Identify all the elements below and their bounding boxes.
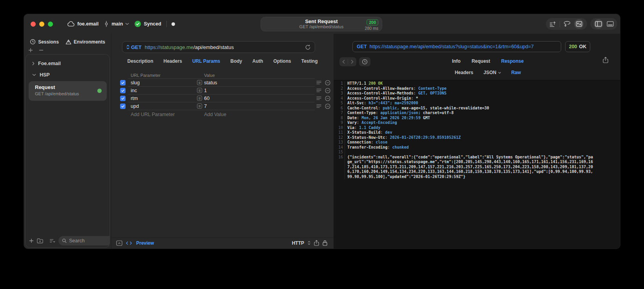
- param-value-field[interactable]: 1: [204, 88, 207, 93]
- sent-request-url-box[interactable]: GET https://statuspage.me/api/embed/stat…: [352, 41, 561, 52]
- response-body-area[interactable]: 1HTTP/1.1 200 OK2Access-Control-Allow-He…: [334, 80, 620, 249]
- line-segment: *: [416, 96, 418, 100]
- titlebar-toolbar: [546, 18, 617, 30]
- add-request-icon[interactable]: [29, 238, 34, 243]
- response-status-code: 200: [569, 44, 577, 49]
- list-style-icon[interactable]: [49, 239, 55, 243]
- tree-item-foe-email[interactable]: Foe.email: [26, 58, 109, 69]
- branch-selector[interactable]: main: [104, 21, 129, 27]
- column-header-value: Value: [204, 73, 215, 78]
- row-options-icon[interactable]: [316, 81, 321, 85]
- remove-session-icon[interactable]: [39, 48, 44, 53]
- add-param-value-placeholder[interactable]: Add Value: [204, 112, 226, 117]
- tab-description[interactable]: Description: [128, 58, 153, 64]
- line-segment: X-Status-Now-Utc: [347, 135, 385, 140]
- preview-button[interactable]: Preview: [136, 240, 154, 246]
- protocol-stepper-icon[interactable]: [308, 241, 310, 245]
- tab-options[interactable]: Options: [273, 58, 291, 64]
- response-line: 12X-Status-Now-Utc: 2026-01-26T20:29:59.…: [334, 135, 620, 140]
- param-enabled-checkbox[interactable]: [120, 80, 126, 85]
- tab-url-params[interactable]: URL Params: [192, 58, 220, 64]
- traffic-lights: [31, 22, 53, 27]
- sidebar-toggle-icon[interactable]: [594, 19, 603, 29]
- param-enabled-checkbox[interactable]: [120, 96, 126, 101]
- line-segment: :: [380, 130, 385, 135]
- close-button[interactable]: [31, 22, 36, 27]
- tab-request[interactable]: Request: [472, 58, 490, 64]
- add-param-name-placeholder[interactable]: Add URL Parameter: [131, 112, 175, 117]
- url-scheme: https://: [145, 44, 160, 50]
- param-name-field[interactable]: slug: [131, 80, 140, 85]
- line-number: 9: [334, 120, 345, 125]
- param-enabled-checkbox[interactable]: [120, 104, 126, 109]
- lock-icon[interactable]: [323, 240, 327, 246]
- line-segment: HTTP/1.1: [347, 81, 366, 85]
- remove-param-icon[interactable]: [325, 104, 330, 109]
- request-footer-bar: Preview HTTP: [111, 238, 334, 248]
- import-list-icon[interactable]: [549, 21, 556, 27]
- protocol-selector[interactable]: HTTP: [292, 240, 304, 246]
- url-params-rows: slug=statusinc=1rtm=60upd=7: [111, 79, 334, 110]
- row-options-icon[interactable]: [316, 96, 321, 100]
- panel-expand-icon[interactable]: [116, 240, 122, 246]
- request-url-text[interactable]: https://statuspage.me/api/embed/status: [145, 44, 234, 50]
- resend-button[interactable]: [574, 19, 584, 29]
- request-list-item[interactable]: Request GET /api/embed/status: [29, 81, 107, 101]
- response-line: 14Transfer-Encoding: chunked: [334, 145, 620, 150]
- tab-info[interactable]: Info: [452, 58, 461, 64]
- add-param-row[interactable]: Add URL Parameter Add Value: [111, 110, 334, 118]
- tab-body[interactable]: Body: [230, 58, 242, 64]
- method-selector[interactable]: GET: [126, 44, 142, 50]
- search-box[interactable]: [58, 236, 110, 245]
- row-options-icon[interactable]: [316, 89, 321, 93]
- tab-testing[interactable]: Testing: [301, 58, 318, 64]
- request-url-bar[interactable]: GET https://statuspage.me/api/embed/stat…: [122, 41, 315, 53]
- tab-sessions[interactable]: Sessions: [30, 39, 59, 45]
- lasso-download-icon[interactable]: [564, 21, 571, 27]
- line-number: 2: [334, 86, 345, 91]
- remove-param-icon[interactable]: [325, 88, 330, 93]
- minimize-button[interactable]: [39, 22, 44, 27]
- param-value-field[interactable]: status: [204, 80, 217, 85]
- param-value-field[interactable]: 7: [204, 104, 207, 109]
- new-folder-icon[interactable]: [37, 238, 43, 244]
- tab-environments[interactable]: Environments: [66, 39, 105, 45]
- view-tab-json-label: JSON: [483, 70, 496, 75]
- tab-auth[interactable]: Auth: [252, 58, 263, 64]
- line-segment: :: [371, 140, 376, 144]
- param-enabled-checkbox[interactable]: [120, 88, 126, 93]
- add-session-icon[interactable]: [28, 48, 33, 53]
- window-body: Sessions Environments Foe.email: [24, 34, 620, 249]
- export-response-icon[interactable]: [603, 57, 608, 63]
- share-icon[interactable]: [314, 240, 319, 246]
- tab-headers[interactable]: Headers: [164, 58, 182, 64]
- remove-param-icon[interactable]: [325, 96, 330, 101]
- refresh-icon[interactable]: [305, 44, 311, 50]
- search-input[interactable]: [69, 238, 110, 244]
- line-segment: :: [387, 145, 392, 149]
- line-number: 10: [334, 125, 345, 131]
- zoom-button[interactable]: [48, 22, 53, 27]
- param-value-field[interactable]: 60: [204, 96, 210, 101]
- line-number: 1: [334, 81, 345, 86]
- row-options-icon[interactable]: [316, 104, 321, 108]
- param-name-field[interactable]: rtm: [131, 96, 138, 101]
- line-segment: Access-Control-Allow-Methods: [347, 91, 414, 95]
- remove-param-icon[interactable]: [325, 80, 330, 85]
- line-number: 15: [334, 150, 345, 155]
- view-tab-json[interactable]: JSON: [483, 70, 501, 75]
- project-name[interactable]: foe.email: [77, 21, 99, 27]
- session-tree: Foe.email HSP Request GET /api/embed/sta…: [26, 55, 109, 101]
- view-tab-headers[interactable]: Headers: [455, 70, 473, 75]
- tree-item-hsp[interactable]: HSP: [26, 69, 109, 80]
- line-content: Transfer-Encoding: chunked: [345, 145, 595, 150]
- param-name-field[interactable]: inc: [131, 88, 137, 93]
- param-name-field[interactable]: upd: [131, 104, 139, 109]
- view-tab-raw[interactable]: Raw: [511, 70, 521, 75]
- bottom-panel-toggle-icon[interactable]: [607, 21, 614, 27]
- line-number: 12: [334, 135, 345, 140]
- response-status-text: OK: [579, 44, 587, 49]
- tab-response[interactable]: Response: [501, 58, 524, 64]
- request-summary-pill[interactable]: Sent Request GET /api/embed/status 200 2…: [261, 17, 382, 31]
- line-content: Cache-Control: public, max-age=15, stale…: [345, 106, 595, 111]
